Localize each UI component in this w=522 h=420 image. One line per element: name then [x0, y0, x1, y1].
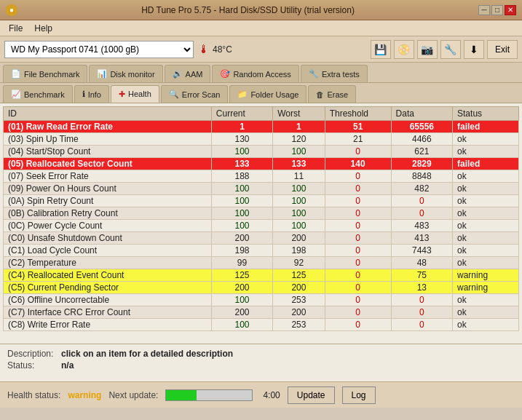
row-data: 0	[391, 195, 452, 207]
menu-help[interactable]: Help	[28, 22, 58, 35]
progress-bar	[165, 389, 253, 401]
exit-button[interactable]: Exit	[487, 40, 518, 59]
tab-benchmark[interactable]: 📈 Benchmark	[3, 85, 73, 103]
arrow-icon-btn[interactable]: ⬇	[464, 40, 484, 59]
tab-aam[interactable]: 🔊 AAM	[165, 65, 211, 82]
row-data: 13	[391, 282, 452, 294]
row-data: 621	[391, 146, 452, 158]
table-row[interactable]: (C2) Temperature9992048ok	[4, 257, 519, 269]
row-data: 75	[391, 269, 452, 282]
table-row[interactable]: (C8) Write Error Rate10025300ok	[4, 319, 519, 331]
row-current: 200	[211, 282, 272, 294]
row-worst: 253	[273, 319, 325, 331]
temperature-value: 48°C	[213, 44, 232, 55]
main-content: ID Current Worst Threshold Data Status (…	[0, 103, 522, 344]
random-access-icon: 🎯	[220, 69, 230, 79]
tab-erase-label: Erase	[327, 90, 348, 99]
row-id: (C2) Temperature	[4, 257, 212, 269]
table-row[interactable]: (03) Spin Up Time130120214466ok	[4, 133, 519, 146]
disk-icon-btn[interactable]: 💾	[371, 40, 391, 59]
col-id: ID	[4, 107, 212, 121]
drive-selector[interactable]: WD My Passport 0741 (1000 gB)	[4, 41, 194, 58]
row-threshold: 0	[325, 232, 391, 245]
table-row[interactable]: (C6) Offline Uncorrectable10025300ok	[4, 294, 519, 306]
tab-file-benchmark-label: File Benchmark	[24, 70, 79, 79]
row-threshold: 0	[325, 146, 391, 158]
file-benchmark-icon: 📄	[11, 69, 21, 79]
row-worst: 100	[273, 207, 325, 220]
row-data: 4466	[391, 133, 452, 146]
tab-info[interactable]: ℹ Info	[74, 85, 109, 103]
close-button[interactable]: ✕	[505, 5, 516, 15]
row-data: 0	[391, 306, 452, 319]
table-row[interactable]: (0A) Spin Retry Count10010000ok	[4, 195, 519, 207]
row-status: ok	[453, 319, 519, 331]
log-button[interactable]: Log	[342, 387, 376, 404]
row-threshold: 140	[325, 158, 391, 170]
row-current: 100	[211, 146, 272, 158]
table-row[interactable]: (C0) Unsafe Shutdown Count2002000413ok	[4, 232, 519, 245]
row-threshold: 0	[325, 220, 391, 232]
table-row[interactable]: (04) Start/Stop Count1001000621ok	[4, 146, 519, 158]
camera-icon-btn[interactable]: 📷	[417, 40, 438, 59]
row-data: 483	[391, 220, 452, 232]
row-status: ok	[453, 207, 519, 220]
row-id: (0B) Calibration Retry Count	[4, 207, 212, 220]
table-row[interactable]: (05) Reallocated Sector Count13313314028…	[4, 158, 519, 170]
table-row[interactable]: (C4) Reallocated Event Count125125075war…	[4, 269, 519, 282]
table-row[interactable]: (C1) Load Cycle Count19819807443ok	[4, 245, 519, 257]
table-row[interactable]: (0B) Calibration Retry Count10010000ok	[4, 207, 519, 220]
row-current: 1	[211, 121, 272, 133]
col-data: Data	[391, 107, 452, 121]
tab-health[interactable]: ✚ Health	[111, 85, 159, 103]
row-current: 100	[211, 220, 272, 232]
row-status: warning	[453, 282, 519, 294]
tab-disk-monitor[interactable]: 📊 Disk monitor	[89, 65, 162, 82]
tab-random-access[interactable]: 🎯 Random Access	[212, 65, 298, 82]
minimize-button[interactable]: ─	[478, 5, 490, 15]
table-row[interactable]: (0C) Power Cycle Count1001000483ok	[4, 220, 519, 232]
row-worst: 200	[273, 306, 325, 319]
table-scroll[interactable]: ID Current Worst Threshold Data Status (…	[3, 106, 519, 339]
row-status: ok	[453, 133, 519, 146]
row-current: 100	[211, 195, 272, 207]
row-data: 2829	[391, 158, 452, 170]
table-row[interactable]: (C7) Interface CRC Error Count20020000ok	[4, 306, 519, 319]
row-status: ok	[453, 195, 519, 207]
row-worst: 200	[273, 282, 325, 294]
tab-folder-usage[interactable]: 📁 Folder Usage	[229, 85, 307, 103]
table-row[interactable]: (09) Power On Hours Count1001000482ok	[4, 183, 519, 195]
status-value: n/a	[61, 360, 74, 371]
maximize-button[interactable]: □	[491, 5, 503, 15]
tab-file-benchmark[interactable]: 📄 File Benchmark	[3, 65, 87, 82]
row-data: 48	[391, 257, 452, 269]
row-id: (C6) Offline Uncorrectable	[4, 294, 212, 306]
window-controls[interactable]: ─ □ ✕	[478, 5, 516, 15]
row-status: ok	[453, 232, 519, 245]
toolbar: WD My Passport 0741 (1000 gB) 🌡 48°C 💾 📀…	[0, 36, 522, 63]
error-scan-icon: 🔍	[169, 90, 179, 99]
row-status: ok	[453, 294, 519, 306]
progress-time: 4:00	[263, 390, 280, 400]
table-row[interactable]: (01) Raw Read Error Rate115165556failed	[4, 121, 519, 133]
row-status: warning	[453, 269, 519, 282]
tab-disk-monitor-label: Disk monitor	[110, 70, 154, 79]
folder-usage-icon: 📁	[237, 90, 248, 99]
col-status: Status	[453, 107, 519, 121]
update-button[interactable]: Update	[288, 387, 335, 404]
table-row[interactable]: (07) Seek Error Rate1881108848ok	[4, 170, 519, 183]
tab-error-scan[interactable]: 🔍 Error Scan	[161, 85, 229, 103]
wrench-icon-btn[interactable]: 🔧	[440, 40, 461, 59]
menu-file[interactable]: File	[3, 22, 28, 35]
row-worst: 253	[273, 294, 325, 306]
disk2-icon-btn[interactable]: 📀	[394, 40, 414, 59]
row-current: 100	[211, 319, 272, 331]
row-threshold: 0	[325, 319, 391, 331]
tab-erase[interactable]: 🗑 Erase	[308, 85, 356, 103]
top-tab-bar: 📄 File Benchmark 📊 Disk monitor 🔊 AAM 🎯 …	[0, 63, 522, 83]
row-data: 0	[391, 319, 452, 331]
row-status: ok	[453, 170, 519, 183]
tab-extra-tests[interactable]: 🔧 Extra tests	[301, 65, 368, 82]
table-row[interactable]: (C5) Current Pending Sector200200013warn…	[4, 282, 519, 294]
row-current: 100	[211, 294, 272, 306]
